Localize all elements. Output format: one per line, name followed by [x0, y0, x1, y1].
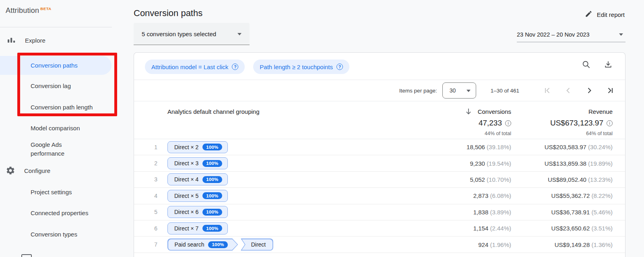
percentage-badge: 100% — [208, 241, 227, 248]
revenue-value: US$133,859.38 — [545, 160, 586, 167]
revenue-percent: (1.36%) — [590, 241, 613, 248]
conversion-path: Direct × 7100% — [161, 222, 382, 234]
previous-page-button[interactable] — [564, 86, 573, 95]
revenue-cell: US$23,650.62 (3.51%) — [511, 225, 613, 232]
items-per-page-select[interactable]: 30 — [442, 82, 476, 99]
search-icon[interactable] — [582, 60, 591, 70]
row-index: 4 — [134, 193, 161, 199]
revenue-value: US$9,149.28 — [555, 241, 590, 248]
conversions-cell: 1,838 (3.89%) — [382, 209, 511, 216]
sidebar-item-model-comparison[interactable]: Model comparison — [31, 124, 80, 133]
conversions-cell: 924 (1.96%) — [382, 241, 511, 248]
filter-chip-path-length[interactable]: Path length ≥ 2 touchpoints ? — [253, 60, 349, 74]
revenue-cell: US$36,738.91 (5.46%) — [511, 209, 613, 216]
sidebar-section-label: Explore — [25, 37, 45, 44]
conversions-total: 47,233 — [479, 119, 502, 127]
revenue-cell: US$9,149.28 (1.36%) — [511, 241, 613, 248]
conversions-percent: (2.44%) — [488, 225, 511, 232]
revenue-percent: (3.51%) — [590, 225, 613, 232]
report-card: Attribution model = Last click ? Path le… — [134, 52, 625, 257]
items-per-page-value: 30 — [450, 87, 456, 94]
sidebar-item-project-settings[interactable]: Project settings — [31, 188, 72, 197]
revenue-percent: (13.23%) — [586, 176, 613, 183]
edit-report-button[interactable]: Edit report — [585, 10, 625, 19]
conversions-share: 44% of total — [485, 131, 511, 136]
table-row: 7Paid search100%Direct924 (1.96%)US$9,14… — [134, 236, 625, 253]
info-icon[interactable]: i — [607, 120, 613, 126]
sidebar-item-conversion-types[interactable]: Conversion types — [31, 230, 77, 239]
download-icon[interactable] — [603, 60, 613, 70]
revenue-cell: US$133,859.38 (19.89%) — [511, 160, 613, 167]
path-chip-inner: Paid search100% — [168, 239, 237, 250]
column-header-conversions[interactable]: Conversions — [478, 108, 511, 115]
pencil-icon — [585, 10, 592, 19]
table-toolbar — [582, 60, 613, 70]
revenue-percent: (8.22%) — [590, 192, 613, 199]
sidebar-section-explore[interactable]: Explore — [6, 35, 45, 45]
sidebar-section-configure[interactable]: Configure — [6, 166, 50, 175]
last-page-button[interactable] — [605, 86, 615, 95]
row-index: 3 — [134, 176, 161, 183]
sidebar: AttributionBETA Explore Conversion paths… — [0, 0, 112, 257]
row-index: 1 — [134, 144, 161, 150]
chevron-down-icon — [237, 33, 242, 37]
path-chip-inner: Direct — [242, 239, 273, 250]
filter-chip-label: Attribution model = Last click — [151, 64, 228, 70]
conversions-cell: 18,506 (39.18%) — [382, 144, 511, 150]
clipped-bottom-icon — [21, 254, 32, 257]
conversion-types-value: 5 conversion types selected — [142, 31, 216, 37]
filter-chip-attribution-model[interactable]: Attribution model = Last click ? — [145, 60, 245, 74]
conversions-percent: (3.89%) — [488, 209, 511, 216]
row-index: 6 — [134, 225, 161, 232]
conversion-path: Direct × 3100% — [161, 157, 382, 169]
help-icon[interactable]: ? — [336, 64, 343, 70]
conversions-cell: 5,052 (10.70%) — [382, 176, 511, 183]
channel-label: Paid search — [175, 241, 204, 248]
conversions-value: 1,838 — [473, 209, 489, 216]
filter-chip-label: Path length ≥ 2 touchpoints — [260, 64, 333, 70]
channel-label: Direct × 2 — [174, 144, 198, 150]
percentage-badge: 100% — [202, 209, 222, 216]
conversions-value: 18,506 — [466, 144, 485, 150]
date-range-value: 23 Nov 2022 – 20 Nov 2023 — [517, 31, 590, 38]
filter-bar: Attribution model = Last click ? Path le… — [134, 53, 625, 80]
conversions-cell: 2,873 (6.08%) — [382, 192, 511, 199]
conversion-path: Direct × 2100% — [161, 141, 382, 153]
revenue-value: US$36,738.91 — [551, 209, 590, 216]
chevron-down-icon — [466, 90, 471, 94]
next-page-button[interactable] — [584, 86, 594, 95]
conversion-types-select[interactable]: 5 conversion types selected — [134, 23, 250, 45]
path-chip: Direct × 6100% — [167, 206, 228, 218]
percentage-badge: 100% — [202, 160, 222, 167]
pagination-bar: Items per page: 30 1–30 of 461 — [134, 80, 625, 101]
channel-label: Direct × 5 — [174, 193, 198, 199]
row-index: 5 — [134, 209, 161, 215]
conversions-percent: (6.08%) — [488, 192, 511, 199]
conversions-percent: (1.96%) — [488, 241, 511, 248]
revenue-share: 64% of total — [586, 131, 613, 136]
path-chip: Direct × 2100% — [167, 141, 228, 153]
sort-descending-icon[interactable] — [464, 107, 473, 115]
path-chip: Direct × 7100% — [167, 222, 228, 234]
conversion-path: Paid search100%Direct — [161, 238, 382, 251]
conversions-value: 9,230 — [470, 160, 485, 167]
table-row: 6Direct × 7100%1,154 (2.44%)US$23,650.62… — [134, 220, 625, 236]
conversions-percent: (10.70%) — [485, 176, 511, 183]
sidebar-item-connected-properties[interactable]: Connected properties — [31, 209, 88, 218]
sidebar-item-google-ads-performance[interactable]: Google Ads performance — [31, 140, 92, 158]
percentage-badge: 100% — [202, 144, 222, 150]
revenue-value: US$203,583.97 — [545, 144, 586, 150]
row-index: 2 — [134, 160, 161, 167]
first-page-button[interactable] — [543, 86, 552, 95]
revenue-cell: US$203,583.97 (30.24%) — [511, 144, 613, 150]
column-header-channel-grouping[interactable]: Analytics default channel grouping — [161, 108, 382, 115]
path-chip: Direct × 5100% — [167, 190, 228, 202]
date-range-picker[interactable]: 23 Nov 2022 – 20 Nov 2023 — [517, 31, 625, 42]
info-icon[interactable]: i — [505, 120, 511, 126]
table-row: 4Direct × 5100%2,873 (6.08%)US$55,362.72… — [134, 188, 625, 204]
conversions-cell: 9,230 (19.54%) — [382, 160, 511, 167]
help-icon[interactable]: ? — [232, 64, 238, 70]
column-header-revenue[interactable]: Revenue — [588, 108, 613, 115]
divider — [0, 27, 112, 27]
path-chip-notch: Direct — [241, 238, 273, 251]
